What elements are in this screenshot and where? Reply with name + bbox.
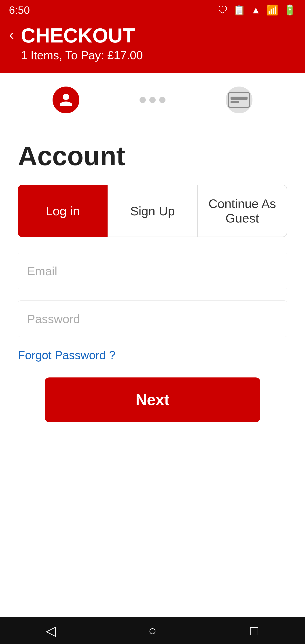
card-icon [228,92,250,108]
clipboard-icon: 📋 [233,4,246,16]
nav-home-button[interactable]: ○ [141,622,164,640]
nav-back-button[interactable]: ◁ [40,622,62,640]
shield-icon: 🛡 [218,4,228,16]
checkout-header: ‹ CHECKOUT 1 Items, To Pay: £17.00 [0,20,305,73]
bottom-nav: ◁ ○ □ [0,617,305,644]
card-stripe [230,96,248,100]
account-section: Account Log in Sign Up Continue As Guest… [0,127,305,436]
forgot-password-link[interactable]: Forgot Password ? [18,348,116,362]
password-group [18,300,287,337]
tab-buttons: Log in Sign Up Continue As Guest [18,185,287,237]
email-group [18,253,287,289]
status-time: 6:50 [9,4,30,16]
step-account [52,86,80,113]
nav-recent-button[interactable]: □ [243,622,266,640]
email-input[interactable] [18,253,287,289]
main-content: Account Log in Sign Up Continue As Guest… [0,73,305,617]
steps-bar [0,73,305,127]
step-account-circle [52,86,80,113]
guest-tab[interactable]: Continue As Guest [198,185,287,237]
next-button[interactable]: Next [45,378,260,422]
dot-3 [159,97,166,103]
dot-1 [140,97,146,103]
person-icon [58,92,74,108]
checkout-title: CHECKOUT [21,24,143,47]
signal-icon: 📶 [266,4,278,16]
step-payment-circle [226,86,252,113]
status-bar: 6:50 🛡 📋 ▲ 📶 🔋 [0,0,305,20]
status-icons: 🛡 📋 ▲ 📶 🔋 [218,4,296,16]
back-button[interactable]: ‹ [9,27,14,42]
signup-tab[interactable]: Sign Up [108,185,197,237]
login-tab[interactable]: Log in [18,185,108,237]
battery-icon: 🔋 [284,4,296,16]
header-text: CHECKOUT 1 Items, To Pay: £17.00 [21,24,143,62]
checkout-subtitle: 1 Items, To Pay: £17.00 [21,48,143,62]
password-input[interactable] [18,300,287,337]
dot-2 [149,97,156,103]
card-chip [230,101,239,103]
account-title: Account [18,140,287,171]
wifi-icon: ▲ [251,4,261,16]
step-dots [140,97,166,103]
step-payment [226,86,252,113]
